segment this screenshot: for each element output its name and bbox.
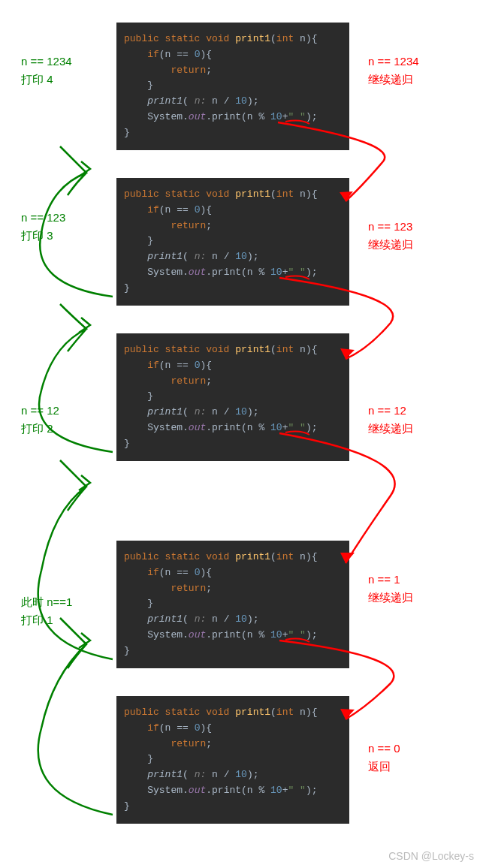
code-block-4: public static void print1(int n){ if(n =… <box>116 696 349 824</box>
code-line: System.out.print(n % 10+" "); <box>124 265 342 281</box>
code-line: } <box>124 234 342 249</box>
code-line: if(n == 0){ <box>124 358 342 374</box>
code-line: return; <box>124 737 342 752</box>
note-line: 打印 2 <box>21 420 59 438</box>
code-line: print1( n: n / 10); <box>124 612 342 628</box>
code-line: return; <box>124 581 342 597</box>
note-line: n == 1234 <box>21 53 72 71</box>
left-note-0: n == 1234打印 4 <box>21 53 72 89</box>
code-line: print1( n: n / 10); <box>124 249 342 265</box>
code-line: return; <box>124 374 342 390</box>
code-line: if(n == 0){ <box>124 203 342 219</box>
right-note-1: n == 123继续递归 <box>368 218 413 254</box>
code-line: } <box>124 752 342 767</box>
left-note-2: n == 12打印 2 <box>21 402 59 438</box>
code-line: } <box>124 436 342 452</box>
code-line: return; <box>124 219 342 234</box>
code-line: } <box>124 596 342 612</box>
code-line: if(n == 0){ <box>124 47 342 63</box>
code-line: public static void print1(int n){ <box>124 342 342 358</box>
code-line: System.out.print(n % 10+" "); <box>124 628 342 643</box>
code-block-2: public static void print1(int n){ if(n =… <box>116 333 349 461</box>
note-line: n == 12 <box>21 402 59 420</box>
code-line: if(n == 0){ <box>124 721 342 737</box>
code-line: } <box>124 799 342 815</box>
right-note-3: n == 1继续递归 <box>368 571 413 607</box>
note-line: n == 123 <box>21 209 65 227</box>
note-line: 继续递归 <box>368 420 413 438</box>
note-line: 继续递归 <box>368 71 419 89</box>
left-note-3: 此时 n==1打印 1 <box>21 593 72 629</box>
note-line: 返回 <box>368 758 400 776</box>
note-line: 继续递归 <box>368 589 413 607</box>
note-line: 打印 1 <box>21 611 72 629</box>
left-note-1: n == 123打印 3 <box>21 209 65 245</box>
note-line: n == 12 <box>368 402 413 420</box>
note-line: n == 123 <box>368 218 413 236</box>
code-block-0: public static void print1(int n){ if(n =… <box>116 23 349 150</box>
code-line: } <box>124 389 342 405</box>
note-line: 打印 4 <box>21 71 72 89</box>
code-line: } <box>124 125 342 141</box>
code-line: } <box>124 78 342 94</box>
note-line: 继续递归 <box>368 236 413 254</box>
right-note-0: n == 1234继续递归 <box>368 53 419 89</box>
note-line: 此时 n==1 <box>21 593 72 611</box>
code-line: print1( n: n / 10); <box>124 405 342 420</box>
code-line: System.out.print(n % 10+" "); <box>124 110 342 125</box>
code-line: System.out.print(n % 10+" "); <box>124 420 342 436</box>
code-line: public static void print1(int n){ <box>124 550 342 565</box>
note-line: n == 0 <box>368 740 400 758</box>
code-line: public static void print1(int n){ <box>124 32 342 47</box>
watermark: CSDN @Lockey-s <box>388 850 474 862</box>
note-line: 打印 3 <box>21 227 65 245</box>
code-line: print1( n: n / 10); <box>124 767 342 783</box>
code-line: public static void print1(int n){ <box>124 705 342 721</box>
code-line: System.out.print(n % 10+" "); <box>124 783 342 799</box>
code-line: if(n == 0){ <box>124 565 342 581</box>
code-line: print1( n: n / 10); <box>124 94 342 110</box>
code-block-1: public static void print1(int n){ if(n =… <box>116 178 349 306</box>
note-line: n == 1 <box>368 571 413 589</box>
code-line: } <box>124 643 342 659</box>
right-note-2: n == 12继续递归 <box>368 402 413 438</box>
code-line: public static void print1(int n){ <box>124 187 342 203</box>
code-line: } <box>124 281 342 297</box>
code-block-3: public static void print1(int n){ if(n =… <box>116 541 349 668</box>
code-line: return; <box>124 63 342 79</box>
right-note-4: n == 0返回 <box>368 740 400 776</box>
note-line: n == 1234 <box>368 53 419 71</box>
